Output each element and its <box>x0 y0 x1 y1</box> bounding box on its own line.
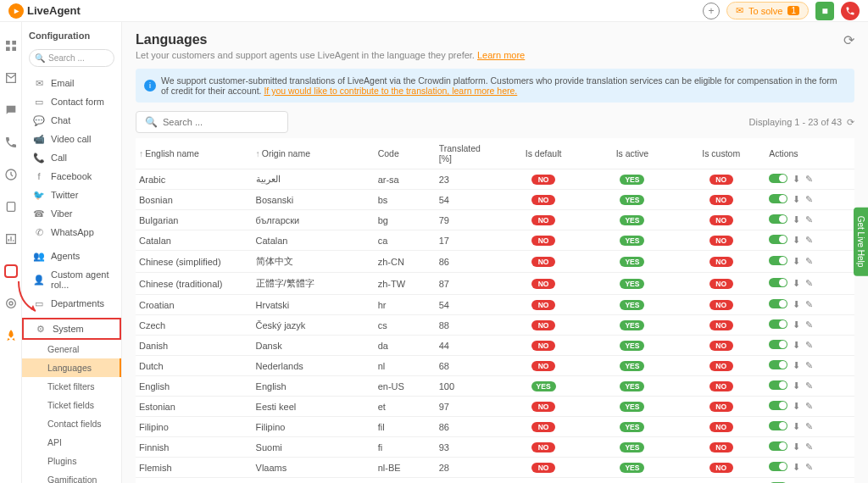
column-header[interactable]: Translated [%] <box>436 138 499 169</box>
edit-icon[interactable]: ✎ <box>805 256 813 267</box>
sidebar-item-viber[interactable]: ☎Viber <box>22 204 121 223</box>
main-content: Languages Let your customers and support… <box>122 22 868 483</box>
download-icon[interactable]: ⬇ <box>793 380 800 391</box>
info-icon: i <box>144 80 156 92</box>
toggle-active[interactable] <box>769 194 787 203</box>
download-icon[interactable]: ⬇ <box>793 401 800 412</box>
column-header[interactable]: Actions <box>765 138 854 169</box>
toggle-active[interactable] <box>769 401 787 410</box>
to-solve-count: 1 <box>787 6 799 15</box>
table-row: Czech Český jazyk cs 88 NO YES NO ⬇✎ <box>136 315 854 336</box>
sidebar-item-email[interactable]: ✉Email <box>22 74 121 92</box>
edit-icon[interactable]: ✎ <box>805 462 813 473</box>
sidebar-item-ticket-filters[interactable]: Ticket filters <box>22 377 121 396</box>
sidebar-item-contact-form[interactable]: ▭Contact form <box>22 92 121 111</box>
edit-icon[interactable]: ✎ <box>805 174 813 185</box>
download-icon[interactable]: ⬇ <box>793 319 800 330</box>
sidebar-item-api[interactable]: API <box>22 433 121 452</box>
edit-icon[interactable]: ✎ <box>805 299 813 310</box>
toggle-active[interactable] <box>769 360 787 369</box>
column-header[interactable]: ↑Origin name <box>253 138 375 169</box>
download-icon[interactable]: ⬇ <box>793 441 800 452</box>
edit-icon[interactable]: ✎ <box>805 401 813 412</box>
sidebar-item-agents[interactable]: 👥Agents <box>22 247 121 265</box>
history-icon[interactable] <box>4 168 18 181</box>
status-indicator[interactable]: ■ <box>815 2 834 20</box>
edit-icon[interactable]: ✎ <box>805 421 813 432</box>
reports-icon[interactable] <box>4 232 18 246</box>
settings-icon[interactable] <box>4 264 18 278</box>
toggle-active[interactable] <box>769 256 787 265</box>
edit-icon[interactable]: ✎ <box>805 278 813 289</box>
to-solve-button[interactable]: ✉ To solve 1 <box>726 2 809 19</box>
toggle-active[interactable] <box>769 462 787 471</box>
edit-icon[interactable]: ✎ <box>805 319 813 330</box>
column-header[interactable]: Is custom <box>676 138 765 169</box>
call-icon[interactable] <box>4 136 18 149</box>
sidebar-item-gamification[interactable]: Gamification <box>22 470 121 483</box>
rocket-icon[interactable] <box>4 329 18 342</box>
logo[interactable]: ▸ LiveAgent <box>8 3 81 19</box>
learn-more-link[interactable]: Learn more <box>477 50 525 60</box>
refresh-button[interactable]: ⟳ <box>843 32 854 48</box>
download-icon[interactable]: ⬇ <box>793 214 800 225</box>
table-row: English English en-US 100 YES YES NO ⬇✎ <box>136 376 854 397</box>
live-help-tab[interactable]: Get Live Help <box>854 208 868 276</box>
sidebar-item-contact-fields[interactable]: Contact fields <box>22 414 121 433</box>
toggle-active[interactable] <box>769 235 787 244</box>
sidebar-item-video-call[interactable]: 📹Video call <box>22 130 121 148</box>
edit-icon[interactable]: ✎ <box>805 235 813 246</box>
sidebar-item-general[interactable]: General <box>22 340 121 358</box>
chat-icon[interactable] <box>4 103 18 117</box>
download-icon[interactable]: ⬇ <box>793 421 800 432</box>
edit-icon[interactable]: ✎ <box>805 214 813 225</box>
mail-icon[interactable] <box>4 71 18 85</box>
toggle-active[interactable] <box>769 299 787 308</box>
toggle-active[interactable] <box>769 340 787 349</box>
sidebar-item-ticket-fields[interactable]: Ticket fields <box>22 396 121 414</box>
table-search[interactable]: 🔍 <box>136 111 288 133</box>
download-icon[interactable]: ⬇ <box>793 235 800 246</box>
sidebar-item-whatsapp[interactable]: ✆WhatsApp <box>22 223 121 242</box>
download-icon[interactable]: ⬇ <box>793 256 800 267</box>
refresh-icon[interactable]: ⟳ <box>847 117 854 128</box>
toggle-active[interactable] <box>769 380 787 390</box>
edit-icon[interactable]: ✎ <box>805 360 813 371</box>
sidebar-item-facebook[interactable]: fFacebook <box>22 167 121 186</box>
sidebar-item-system[interactable]: ⚙ System <box>22 318 121 340</box>
contacts-icon[interactable] <box>4 200 18 214</box>
sidebar-item-languages[interactable]: Languages <box>22 358 121 377</box>
download-icon[interactable]: ⬇ <box>793 360 800 371</box>
sidebar-search[interactable]: 🔍 Search ... <box>29 49 114 67</box>
add-button[interactable]: + <box>703 3 720 19</box>
sidebar-item-plugins[interactable]: Plugins <box>22 452 121 470</box>
download-icon[interactable]: ⬇ <box>793 194 800 205</box>
edit-icon[interactable]: ✎ <box>805 194 813 205</box>
cell-default: NO <box>499 210 588 230</box>
edit-icon[interactable]: ✎ <box>805 441 813 452</box>
dashboard-icon[interactable] <box>4 39 18 53</box>
download-icon[interactable]: ⬇ <box>793 174 800 185</box>
toggle-active[interactable] <box>769 319 787 329</box>
sidebar-item-chat[interactable]: 💬Chat <box>22 111 121 130</box>
download-icon[interactable]: ⬇ <box>793 340 800 351</box>
toggle-active[interactable] <box>769 421 787 430</box>
column-header[interactable]: Code <box>375 138 436 169</box>
edit-icon[interactable]: ✎ <box>805 380 813 391</box>
sidebar-item-twitter[interactable]: 🐦Twitter <box>22 186 121 204</box>
toggle-active[interactable] <box>769 174 787 183</box>
sidebar-item-call[interactable]: 📞Call <box>22 148 121 167</box>
toggle-active[interactable] <box>769 214 787 224</box>
edit-icon[interactable]: ✎ <box>805 340 813 351</box>
download-icon[interactable]: ⬇ <box>793 278 800 289</box>
column-header[interactable]: Is default <box>499 138 588 169</box>
column-header[interactable]: Is active <box>588 138 677 169</box>
table-search-input[interactable] <box>163 117 280 127</box>
column-header[interactable]: ↑English name <box>136 138 253 169</box>
download-icon[interactable]: ⬇ <box>793 299 800 310</box>
download-icon[interactable]: ⬇ <box>793 462 800 473</box>
toggle-active[interactable] <box>769 278 787 287</box>
contribute-link[interactable]: If you would like to contribute to the t… <box>264 86 517 96</box>
phone-button[interactable] <box>841 2 860 20</box>
toggle-active[interactable] <box>769 441 787 451</box>
